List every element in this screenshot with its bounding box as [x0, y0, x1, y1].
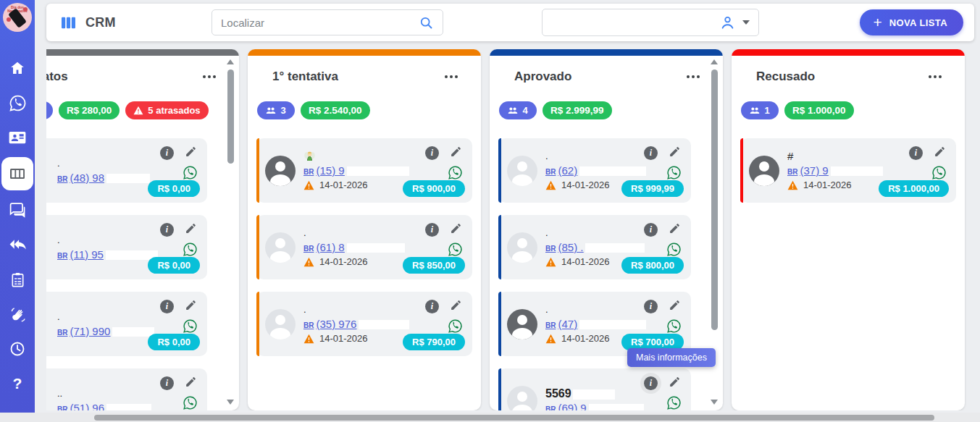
contact-avatar	[265, 232, 296, 263]
search-box	[212, 9, 443, 35]
contact-card[interactable]: BR(15) 9 14-01-2026 R$ 900,00	[256, 138, 472, 203]
info-icon[interactable]	[160, 146, 174, 160]
column-menu-button[interactable]	[926, 72, 945, 81]
phone-link[interactable]: BR(35) 976	[303, 318, 409, 330]
sidebar-item-chats[interactable]	[0, 193, 35, 227]
sidebar-item-whatsapp[interactable]	[0, 85, 35, 120]
total-badge: R$ 2.540,00	[301, 101, 370, 119]
phone-link[interactable]: BR(47)	[545, 318, 646, 330]
edit-icon[interactable]	[450, 145, 462, 161]
phone-link[interactable]: BR(11) 95	[57, 248, 158, 261]
edit-icon[interactable]	[669, 222, 681, 237]
contact-card[interactable]: . BR(47) 14-01-2026 R$ 700,00	[498, 292, 691, 356]
info-icon[interactable]	[644, 376, 658, 390]
info-icon[interactable]	[644, 223, 658, 237]
contact-card[interactable]: .. BR(51) 96	[46, 368, 207, 410]
scroll-up-icon[interactable]	[227, 59, 234, 64]
edit-icon[interactable]	[185, 376, 197, 391]
redaction	[579, 166, 646, 176]
scrollbar-thumb[interactable]	[227, 69, 234, 164]
contact-card[interactable]: . BR(35) 976 14-01-2026 R$ 790,00	[256, 292, 472, 356]
help-icon	[13, 375, 22, 392]
whatsapp-icon[interactable]	[666, 395, 682, 410]
info-icon[interactable]	[644, 300, 658, 313]
column-title: Recusado	[756, 69, 815, 84]
contact-card[interactable]: . BR(71) 990 R$ 0,00	[46, 292, 207, 356]
phone-link[interactable]: BR(48) 98	[57, 172, 150, 184]
scrollbar-thumb[interactable]	[711, 69, 718, 330]
warning-icon	[545, 257, 556, 267]
contact-name: .	[57, 158, 150, 169]
phone-link[interactable]: BR(85) .	[545, 241, 645, 253]
info-icon[interactable]	[160, 376, 174, 390]
phone-link[interactable]: BR(61) 8	[303, 241, 405, 253]
scroll-up-icon[interactable]	[711, 59, 718, 64]
total-badge: R$ 280,00	[59, 101, 120, 119]
sidebar-item-history[interactable]	[0, 332, 35, 366]
edit-icon[interactable]	[669, 145, 681, 161]
edit-icon[interactable]	[185, 222, 197, 237]
edit-icon[interactable]	[185, 299, 197, 314]
phone-link[interactable]: BR(15) 9	[303, 164, 409, 177]
contact-avatar	[265, 156, 296, 186]
contact-card[interactable]: . BR(61) 8 14-01-2026 R$ 850,00	[256, 215, 472, 279]
user-avatar[interactable]: Dia dosNamorados	[3, 3, 32, 32]
new-list-button[interactable]: NOVA LISTA	[860, 9, 963, 35]
sidebar-item-tasks[interactable]	[0, 262, 35, 297]
due-date: 14-01-2026	[787, 180, 883, 190]
edit-icon[interactable]	[450, 299, 462, 314]
wave-icon	[9, 305, 27, 324]
sidebar-item-home[interactable]	[0, 51, 35, 85]
scroll-down-icon[interactable]	[711, 400, 718, 405]
info-icon[interactable]	[425, 300, 439, 313]
column-scrollbar[interactable]	[226, 59, 235, 405]
phone-link[interactable]: BR(51) 96	[57, 402, 151, 411]
contact-name: 5569	[545, 388, 644, 399]
contact-card[interactable]: . BR(62) 14-01-2026 R$ 999,99	[498, 138, 691, 203]
contact-card[interactable]: . BR(85) . 14-01-2026 R$ 800,00	[498, 215, 691, 279]
phone-link[interactable]: BR(69) 9	[545, 402, 644, 411]
edit-icon[interactable]	[669, 299, 681, 314]
edit-icon[interactable]	[450, 222, 462, 237]
sidebar-item-reply-all[interactable]	[0, 227, 35, 262]
column-menu-button[interactable]	[200, 72, 219, 81]
contact-card[interactable]: . BR(48) 98 R$ 0,00	[46, 138, 207, 203]
contact-card[interactable]: . BR(11) 95 R$ 0,00	[46, 215, 207, 279]
search-icon[interactable]	[419, 15, 434, 30]
user-filter-select[interactable]	[542, 9, 759, 36]
search-input[interactable]	[221, 17, 419, 29]
sidebar-item-help[interactable]	[0, 366, 35, 401]
scrollbar-thumb[interactable]	[94, 415, 934, 421]
horizontal-scrollbar[interactable]	[0, 413, 980, 422]
column-tentativa: 1° tentativa 3 R$ 2.540,00 BR(15) 9 14	[248, 49, 481, 410]
phone-link[interactable]: BR(37) 9	[787, 164, 883, 177]
info-icon[interactable]	[160, 300, 174, 313]
whatsapp-icon[interactable]	[183, 395, 198, 410]
phone-link[interactable]: BR(62)	[545, 164, 646, 177]
edit-icon[interactable]	[934, 145, 946, 161]
column-menu-button[interactable]	[684, 72, 703, 81]
sidebar-item-kanban[interactable]	[0, 155, 35, 193]
sidebar-item-contacts[interactable]	[0, 120, 35, 155]
info-icon[interactable]	[160, 223, 174, 237]
contact-avatar	[265, 309, 296, 339]
count-badge: 4	[499, 101, 537, 119]
info-icon[interactable]	[909, 146, 923, 160]
scroll-down-icon[interactable]	[227, 400, 234, 405]
column-accent	[490, 49, 723, 56]
edit-icon[interactable]	[669, 376, 681, 391]
contact-name: .	[57, 235, 158, 245]
redaction	[347, 243, 405, 253]
column-menu-button[interactable]	[442, 72, 461, 81]
edit-icon[interactable]	[185, 145, 197, 161]
redaction	[359, 320, 409, 329]
contact-card[interactable]: 5569 BR(69) 9	[498, 368, 691, 410]
info-icon[interactable]	[644, 146, 658, 160]
phone-link[interactable]: BR(71) 990	[57, 325, 154, 337]
info-icon[interactable]	[425, 146, 439, 160]
redaction	[579, 320, 646, 329]
tooltip: Mais informações	[627, 348, 716, 367]
contact-card[interactable]: # BR(37) 9 14-01-2026 R$ 1.000,00	[740, 138, 956, 203]
sidebar-item-wave[interactable]	[0, 297, 35, 332]
info-icon[interactable]	[425, 223, 439, 237]
